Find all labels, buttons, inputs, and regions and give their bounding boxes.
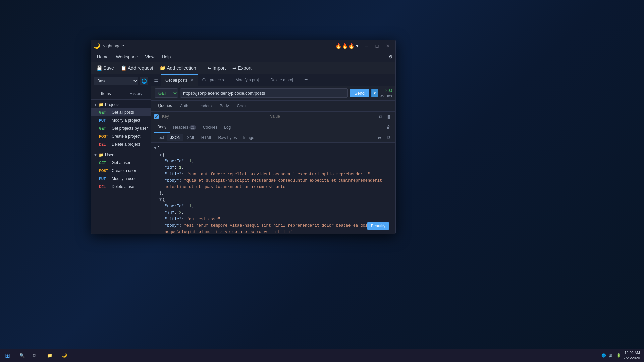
json-viewer: ▼ [ ▼ { "userId": 1, "id": 1, — [151, 143, 395, 234]
response-toolbar-right: ⇔ ⧉ — [375, 134, 393, 142]
add-collection-button[interactable]: 📁 Add collection — [157, 64, 199, 72]
menu-help[interactable]: Help — [158, 53, 174, 61]
req-tab-queries[interactable]: Queries — [154, 101, 176, 111]
json-item-2: ▼ { "userId": 1, "id": 2, "title": "qui … — [154, 197, 393, 234]
taskbar-app-nightingale[interactable]: 🌙 — [58, 349, 71, 362]
req-tab-headers[interactable]: Headers — [193, 101, 216, 111]
start-button[interactable]: ⊞ — [0, 349, 15, 362]
resp-tab-body[interactable]: Body — [154, 122, 170, 133]
item-label: Delete a project — [112, 142, 140, 147]
taskbar-clock[interactable]: 12:02 AM 7/26/2020 — [624, 350, 640, 361]
maximize-button[interactable]: □ — [372, 41, 382, 51]
folder-icon: 📁 — [99, 153, 104, 157]
params-value-input[interactable] — [269, 113, 375, 120]
network-icon: 🌐 — [601, 353, 606, 358]
params-checkbox[interactable] — [154, 114, 159, 119]
sidebar-item-get-all-posts[interactable]: GET Get all posts — [91, 108, 151, 116]
tab-get-projects[interactable]: Get projects... — [198, 74, 232, 86]
sidebar-top: Base 🌐 — [91, 74, 151, 88]
tab-close-icon[interactable]: ✕ — [190, 78, 194, 83]
resp-tab-cookies[interactable]: Cookies — [200, 122, 221, 132]
import-button[interactable]: ⬅ Import — [205, 64, 229, 72]
sidebar-item-modify-user[interactable]: PUT Modify a user — [91, 175, 151, 183]
taskbar-right: 🌐 🔉 🔋 12:02 AM 7/26/2020 — [601, 350, 644, 361]
add-request-button[interactable]: 📋 Add request — [118, 64, 156, 72]
format-tab-html[interactable]: HTML — [199, 134, 215, 141]
users-section-header[interactable]: ▼ 📁 Users — [91, 151, 151, 159]
window-controls: ─ □ ✕ — [361, 41, 393, 51]
json-item-1: ▼ { "userId": 1, "id": 1, "title": "sunt… — [154, 152, 393, 197]
resp-tab-log[interactable]: Log — [221, 122, 234, 132]
headers-count-badge: 21 — [189, 125, 196, 130]
environment-selector[interactable]: Base — [94, 77, 138, 85]
task-view-button[interactable]: ⧉ — [28, 349, 40, 362]
minimize-button[interactable]: ─ — [361, 41, 371, 51]
taskbar-app-explorer[interactable]: 📁 — [43, 349, 56, 362]
tab-label: Get projects... — [202, 78, 227, 82]
tabs-menu-button[interactable]: ☰ — [151, 74, 161, 86]
params-copy-button[interactable]: ⧉ — [377, 113, 384, 120]
url-input[interactable] — [180, 88, 348, 98]
title-bar: 🌙 Nightingale 🔥🔥🔥 ▾ ─ □ ✕ — [91, 40, 395, 52]
method-badge-get: GET — [99, 127, 110, 130]
query-params-area: ⧉ 🗑 — [151, 112, 395, 122]
export-button[interactable]: ➡ Export — [230, 64, 254, 72]
response-copy-button[interactable]: ⧉ — [385, 134, 393, 142]
sidebar-item-create-project[interactable]: POST Create a project — [91, 132, 151, 140]
req-tab-chain[interactable]: Chain — [233, 101, 251, 111]
req-tab-body[interactable]: Body — [216, 101, 233, 111]
method-selector[interactable]: GET — [155, 88, 178, 98]
tab-modify-project[interactable]: Modify a proj... — [231, 74, 266, 86]
response-delete-button[interactable]: 🗑 — [385, 123, 393, 131]
req-tab-auth[interactable]: Auth — [176, 101, 193, 111]
fold-icon[interactable]: ▼ — [159, 197, 162, 203]
method-badge-del: DEL — [99, 143, 110, 146]
menu-workspace[interactable]: Workspace — [113, 53, 141, 61]
json-root-line: ▼ [ — [154, 145, 393, 152]
save-button[interactable]: 💾 Save — [94, 64, 117, 72]
send-button[interactable]: Send — [350, 89, 369, 97]
menu-home[interactable]: Home — [94, 53, 112, 61]
format-tab-rawbytes[interactable]: Raw bytes — [215, 134, 239, 141]
params-delete-button[interactable]: 🗑 — [385, 113, 393, 120]
tab-delete-project[interactable]: Delete a proj... — [266, 74, 301, 86]
resp-tab-headers[interactable]: Headers21 — [170, 122, 199, 132]
globe-button[interactable]: 🌐 — [140, 77, 148, 85]
settings-icon[interactable]: ⚙ — [389, 54, 393, 59]
sidebar-item-get-projects-by-user[interactable]: GET Get projects by user — [91, 124, 151, 132]
format-tab-json[interactable]: JSON — [167, 134, 183, 141]
taskbar-time-display: 12:02 AM — [624, 350, 640, 355]
send-dropdown-button[interactable]: ▾ — [371, 89, 378, 97]
format-tab-text[interactable]: Text — [154, 134, 167, 141]
sidebar-item-delete-user[interactable]: DEL Delete a user — [91, 183, 151, 191]
sidebar-item-delete-project[interactable]: DEL Delete a project — [91, 140, 151, 148]
method-badge-put: PUT — [99, 177, 110, 181]
battery-icon: 🔋 — [616, 353, 621, 358]
tab-get-all-posts[interactable]: Get all posts ✕ — [161, 74, 198, 86]
params-key-input[interactable] — [161, 113, 267, 120]
task-view-icon: ⧉ — [33, 353, 36, 358]
app-logo-icon: 🌙 — [94, 43, 100, 49]
close-button[interactable]: ✕ — [383, 41, 393, 51]
response-wrap-button[interactable]: ⇔ — [375, 134, 383, 142]
search-button[interactable]: 🔍 — [16, 349, 28, 362]
menu-view[interactable]: View — [142, 53, 158, 61]
projects-section-header[interactable]: ▼ 📁 Projects — [91, 101, 151, 108]
sidebar-tab-history[interactable]: History — [121, 88, 151, 99]
sidebar-tab-items[interactable]: Items — [91, 88, 121, 99]
add-tab-button[interactable]: + — [301, 74, 311, 86]
volume-icon: 🔉 — [609, 353, 613, 358]
sidebar-item-modify-project[interactable]: PUT Modify a project — [91, 116, 151, 124]
tab-label: Modify a proj... — [235, 78, 262, 82]
add-collection-icon: 📁 — [160, 65, 165, 71]
params-row: ⧉ 🗑 — [151, 112, 395, 122]
beautify-button[interactable]: Beautify — [367, 222, 389, 230]
item-label: Get a user — [112, 160, 130, 165]
sidebar-item-create-user[interactable]: POST Create a user — [91, 167, 151, 175]
fold-icon[interactable]: ▼ — [154, 145, 156, 152]
fold-icon[interactable]: ▼ — [159, 152, 162, 158]
sidebar-item-get-user[interactable]: GET Get a user — [91, 159, 151, 167]
format-tab-xml[interactable]: XML — [184, 134, 198, 141]
format-tab-image[interactable]: Image — [240, 134, 257, 141]
tab-label: Delete a proj... — [270, 78, 297, 82]
